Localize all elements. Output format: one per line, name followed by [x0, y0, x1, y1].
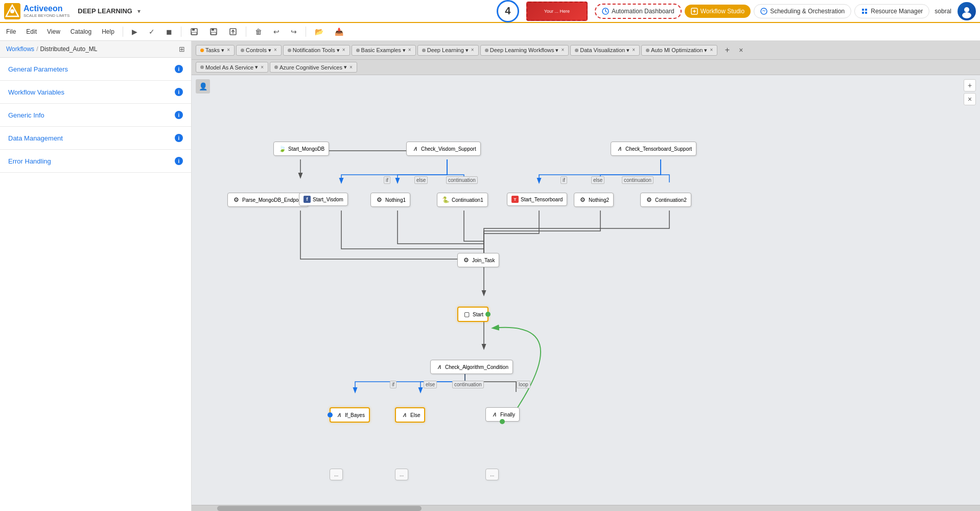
section-error-handling-info[interactable]: i: [175, 157, 183, 165]
tab-model-as-service-arrow[interactable]: ▾: [255, 64, 258, 71]
tab-controls-arrow[interactable]: ▾: [268, 47, 271, 54]
add-tab-button[interactable]: +: [721, 44, 733, 56]
promo-text: Your ... Here: [544, 9, 570, 14]
brand-sub: Scale Beyond Limits: [24, 13, 69, 18]
import-button[interactable]: 📥: [332, 26, 346, 37]
branch-continuation1: continuation: [446, 176, 478, 184]
tab-notification-tools-close[interactable]: ×: [342, 48, 345, 53]
tab-model-as-service-close[interactable]: ×: [261, 65, 264, 70]
tab-deep-learning[interactable]: Deep Learning ▾ ×: [417, 45, 479, 56]
node-nothing1[interactable]: ⚙ Nothing1: [370, 193, 410, 207]
section-general-parameters-info[interactable]: i: [175, 65, 183, 73]
node-start-tensorboard[interactable]: T Start_Tensorboard: [507, 193, 567, 206]
workflow-canvas[interactable]: 👤 + ×: [192, 75, 980, 505]
section-data-management-info[interactable]: i: [175, 134, 183, 142]
node-if-bayes[interactable]: ∧ If_Bayes: [330, 407, 370, 423]
node-else[interactable]: ∧ Else: [395, 407, 425, 423]
tab-tasks-close[interactable]: ×: [227, 48, 230, 53]
tab-deep-learning-workflows-arrow[interactable]: ▾: [555, 47, 558, 54]
title-dropdown-arrow[interactable]: ▾: [137, 8, 141, 15]
node-continuation1[interactable]: 🐍 Continuation1: [437, 193, 488, 207]
node-check-visdom[interactable]: ∧ Check_Visdom_Support: [406, 142, 481, 156]
tab-auto-ml[interactable]: Auto Ml Optimization ▾ ×: [641, 45, 717, 56]
workflow-studio-tab[interactable]: Workflow Studio: [685, 5, 751, 18]
tab-controls-close[interactable]: ×: [274, 48, 277, 53]
tab-deep-learning-workflows-close[interactable]: ×: [561, 48, 564, 53]
scrollbar-thumb[interactable]: [217, 506, 422, 511]
tab-deep-learning-close[interactable]: ×: [471, 48, 474, 53]
section-data-management-header[interactable]: Data Management i: [0, 127, 191, 149]
promo-banner[interactable]: Your ... Here: [526, 2, 588, 21]
scheduling-tab[interactable]: Scheduling & Orchestration: [754, 4, 851, 18]
push-button[interactable]: [226, 26, 240, 37]
user-avatar[interactable]: [958, 2, 976, 20]
delete-button[interactable]: 🗑: [252, 26, 265, 37]
tab-tasks-arrow[interactable]: ▾: [221, 47, 224, 54]
node-continuation2[interactable]: ⚙ Continuation2: [640, 193, 691, 207]
svg-rect-19: [212, 29, 214, 31]
tab-auto-ml-label: Auto Ml Optimization: [651, 47, 703, 53]
save-as-button[interactable]: +: [207, 26, 220, 37]
resource-manager-tab[interactable]: Resource Manager: [854, 4, 929, 18]
menu-file[interactable]: File: [4, 26, 18, 37]
check-button[interactable]: ✓: [146, 26, 157, 37]
menu-view[interactable]: View: [45, 26, 62, 37]
node-if-bayes-label: If_Bayes: [345, 412, 365, 418]
node-bottom-right[interactable]: ...: [485, 469, 499, 480]
tab-tasks[interactable]: Tasks ▾ ×: [196, 45, 235, 56]
zoom-in-button[interactable]: +: [964, 79, 976, 91]
automation-dashboard-tab[interactable]: Automation Dashboard: [595, 4, 682, 19]
node-finally[interactable]: ∧ Finally: [485, 407, 520, 422]
node-check-tensorboard[interactable]: ∧ Check_Tensorboard_Support: [611, 142, 696, 156]
redo-button[interactable]: ↪: [288, 26, 299, 37]
tab-data-visualization-close[interactable]: ×: [632, 48, 635, 53]
undo-button[interactable]: ↩: [271, 26, 282, 37]
section-workflow-variables-info[interactable]: i: [175, 88, 183, 96]
tab-notification-tools-arrow[interactable]: ▾: [337, 47, 340, 54]
tab-basic-examples[interactable]: Basic Examples ▾ ×: [352, 45, 416, 56]
node-start-visdom[interactable]: f Start_Visdom: [299, 193, 348, 206]
tab-notification-tools[interactable]: Notification Tools ▾ ×: [283, 45, 350, 56]
section-generic-info-info[interactable]: i: [175, 111, 183, 119]
run-button[interactable]: ▶: [129, 26, 140, 37]
node-bottom-left[interactable]: ...: [330, 469, 343, 480]
section-workflow-variables-header[interactable]: Workflow Variables i: [0, 81, 191, 103]
canvas-user-icon[interactable]: 👤: [196, 79, 210, 94]
breadcrumb-workflows[interactable]: Workflows: [6, 45, 34, 53]
tab-azure-cognitive-close[interactable]: ×: [349, 65, 353, 70]
zoom-out-button[interactable]: ×: [964, 93, 976, 105]
tab-model-as-service[interactable]: Model As A Service ▾ ×: [196, 62, 268, 73]
tab-basic-examples-close[interactable]: ×: [408, 48, 411, 53]
menu-help[interactable]: Help: [100, 26, 116, 37]
tab-deep-learning-arrow[interactable]: ▾: [465, 47, 469, 54]
tab-auto-ml-close[interactable]: ×: [710, 48, 713, 53]
node-bottom-center[interactable]: ...: [395, 469, 408, 480]
section-general-parameters-header[interactable]: General Parameters i: [0, 58, 191, 80]
tab-data-visualization[interactable]: Data Visualization ▾ ×: [570, 45, 640, 56]
menu-catalog[interactable]: Catalog: [68, 26, 94, 37]
node-start-mongodb[interactable]: 🍃 Start_MongoDB: [273, 142, 329, 156]
resource-icon: [861, 8, 868, 15]
sidebar-view-toggle[interactable]: ⊞: [179, 45, 185, 53]
tab-auto-ml-arrow[interactable]: ▾: [704, 47, 707, 54]
close-all-tabs-button[interactable]: ×: [735, 44, 747, 56]
stop-button[interactable]: ◼: [164, 26, 175, 37]
tab-basic-examples-arrow[interactable]: ▾: [403, 47, 406, 54]
tab-data-visualization-arrow[interactable]: ▾: [626, 47, 629, 54]
section-generic-info-header[interactable]: Generic Info i: [0, 104, 191, 126]
node-nothing2[interactable]: ⚙ Nothing2: [574, 193, 614, 207]
tab-deep-learning-workflows[interactable]: Deep Learning Workflows ▾ ×: [480, 45, 569, 56]
tab-azure-cognitive-arrow[interactable]: ▾: [344, 64, 347, 71]
tab-azure-cognitive[interactable]: Azure Cognitive Services ▾ ×: [270, 62, 357, 73]
section-error-handling-header[interactable]: Error Handling i: [0, 150, 191, 172]
node-start[interactable]: ▢ Start: [457, 307, 488, 322]
save-button[interactable]: [188, 26, 201, 37]
tab-controls[interactable]: Controls ▾ ×: [236, 45, 282, 56]
menu-edit[interactable]: Edit: [24, 26, 39, 37]
open-button[interactable]: 📂: [312, 26, 326, 37]
node-parse-mongodb[interactable]: ⚙ Parse_MongoDB_Endpoint: [227, 193, 309, 207]
node-check-algorithm[interactable]: ∧ Check_Algorithm_Condition: [430, 360, 513, 374]
node-start-mongodb-label: Start_MongoDB: [288, 146, 324, 152]
horizontal-scrollbar[interactable]: [192, 505, 980, 511]
node-join-task[interactable]: ⚙ Join_Task: [457, 253, 499, 267]
